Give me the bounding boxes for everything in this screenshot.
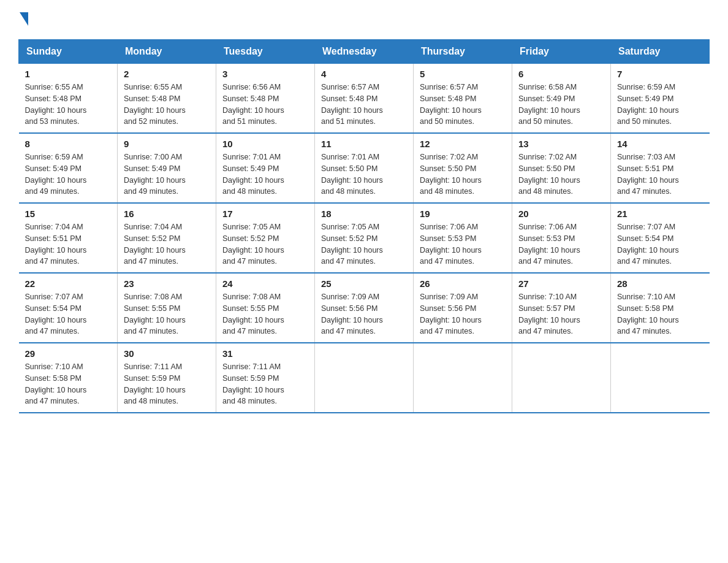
day-number: 17 [222,209,308,219]
calendar-cell: 18 Sunrise: 7:05 AMSunset: 5:52 PMDaylig… [315,203,414,273]
day-number: 22 [25,278,112,289]
calendar-cell: 2 Sunrise: 6:55 AMSunset: 5:48 PMDayligh… [118,64,216,134]
header-friday: Friday [512,40,611,64]
calendar-cell: 28 Sunrise: 7:10 AMSunset: 5:58 PMDaylig… [611,273,710,343]
header-thursday: Thursday [414,40,512,64]
day-number: 5 [420,69,506,79]
week-row-4: 22 Sunrise: 7:07 AMSunset: 5:54 PMDaylig… [19,273,710,343]
calendar-cell: 11 Sunrise: 7:01 AMSunset: 5:50 PMDaylig… [315,133,414,203]
calendar-cell: 7 Sunrise: 6:59 AMSunset: 5:49 PMDayligh… [611,64,710,134]
calendar-cell: 24 Sunrise: 7:08 AMSunset: 5:55 PMDaylig… [216,273,315,343]
calendar-cell [512,343,611,413]
day-number: 14 [617,139,703,149]
day-number: 30 [124,348,210,359]
calendar-cell: 8 Sunrise: 6:59 AMSunset: 5:49 PMDayligh… [19,133,118,203]
calendar-cell: 9 Sunrise: 7:00 AMSunset: 5:49 PMDayligh… [118,133,216,203]
week-row-3: 15 Sunrise: 7:04 AMSunset: 5:51 PMDaylig… [19,203,710,273]
header-wednesday: Wednesday [315,40,414,64]
day-info: Sunrise: 6:57 AMSunset: 5:48 PMDaylight:… [420,82,506,128]
day-info: Sunrise: 7:10 AMSunset: 5:57 PMDaylight:… [518,291,604,337]
calendar-cell: 12 Sunrise: 7:02 AMSunset: 5:50 PMDaylig… [414,133,512,203]
day-number: 28 [617,278,703,289]
day-info: Sunrise: 7:02 AMSunset: 5:50 PMDaylight:… [420,151,506,197]
page-header [18,12,710,27]
calendar-cell [414,343,512,413]
day-info: Sunrise: 7:08 AMSunset: 5:55 PMDaylight:… [222,291,308,337]
day-info: Sunrise: 7:07 AMSunset: 5:54 PMDaylight:… [25,291,112,337]
calendar-cell: 3 Sunrise: 6:56 AMSunset: 5:48 PMDayligh… [216,64,315,134]
day-info: Sunrise: 6:59 AMSunset: 5:49 PMDaylight:… [25,151,112,197]
day-info: Sunrise: 7:06 AMSunset: 5:53 PMDaylight:… [518,221,604,267]
logo-blue-text [18,12,28,27]
calendar-cell: 21 Sunrise: 7:07 AMSunset: 5:54 PMDaylig… [611,203,710,273]
calendar-cell: 19 Sunrise: 7:06 AMSunset: 5:53 PMDaylig… [414,203,512,273]
day-number: 2 [124,69,210,79]
calendar-cell: 22 Sunrise: 7:07 AMSunset: 5:54 PMDaylig… [19,273,118,343]
calendar-header-row: SundayMondayTuesdayWednesdayThursdayFrid… [19,40,710,64]
day-number: 11 [321,139,407,149]
day-info: Sunrise: 6:56 AMSunset: 5:48 PMDaylight:… [222,82,308,128]
day-number: 15 [25,209,112,219]
day-info: Sunrise: 7:04 AMSunset: 5:52 PMDaylight:… [124,221,210,267]
calendar-cell: 17 Sunrise: 7:05 AMSunset: 5:52 PMDaylig… [216,203,315,273]
calendar-cell: 20 Sunrise: 7:06 AMSunset: 5:53 PMDaylig… [512,203,611,273]
calendar-cell: 10 Sunrise: 7:01 AMSunset: 5:49 PMDaylig… [216,133,315,203]
day-info: Sunrise: 6:55 AMSunset: 5:48 PMDaylight:… [124,82,210,128]
day-number: 3 [222,69,308,79]
calendar-cell: 6 Sunrise: 6:58 AMSunset: 5:49 PMDayligh… [512,64,611,134]
day-info: Sunrise: 7:05 AMSunset: 5:52 PMDaylight:… [222,221,308,267]
calendar-cell: 13 Sunrise: 7:02 AMSunset: 5:50 PMDaylig… [512,133,611,203]
day-number: 18 [321,209,407,219]
calendar-cell: 23 Sunrise: 7:08 AMSunset: 5:55 PMDaylig… [118,273,216,343]
header-sunday: Sunday [19,40,118,64]
week-row-5: 29 Sunrise: 7:10 AMSunset: 5:58 PMDaylig… [19,343,710,413]
day-number: 6 [518,69,604,79]
calendar-cell: 30 Sunrise: 7:11 AMSunset: 5:59 PMDaylig… [118,343,216,413]
day-number: 27 [518,278,604,289]
calendar-cell: 31 Sunrise: 7:11 AMSunset: 5:59 PMDaylig… [216,343,315,413]
calendar-table: SundayMondayTuesdayWednesdayThursdayFrid… [18,39,710,413]
day-number: 12 [420,139,506,149]
day-info: Sunrise: 6:57 AMSunset: 5:48 PMDaylight:… [321,82,407,128]
day-info: Sunrise: 7:03 AMSunset: 5:51 PMDaylight:… [617,151,703,197]
day-info: Sunrise: 7:08 AMSunset: 5:55 PMDaylight:… [124,291,210,337]
day-info: Sunrise: 7:11 AMSunset: 5:59 PMDaylight:… [124,361,210,407]
day-info: Sunrise: 6:59 AMSunset: 5:49 PMDaylight:… [617,82,703,128]
day-number: 1 [25,69,112,79]
calendar-cell: 4 Sunrise: 6:57 AMSunset: 5:48 PMDayligh… [315,64,414,134]
day-info: Sunrise: 6:58 AMSunset: 5:49 PMDaylight:… [518,82,604,128]
day-number: 21 [617,209,703,219]
day-number: 29 [25,348,112,359]
day-info: Sunrise: 7:11 AMSunset: 5:59 PMDaylight:… [222,361,308,407]
calendar-cell [315,343,414,413]
day-number: 24 [222,278,308,289]
calendar-cell: 27 Sunrise: 7:10 AMSunset: 5:57 PMDaylig… [512,273,611,343]
day-info: Sunrise: 7:01 AMSunset: 5:49 PMDaylight:… [222,151,308,197]
day-info: Sunrise: 7:02 AMSunset: 5:50 PMDaylight:… [518,151,604,197]
logo [18,12,28,27]
day-number: 8 [25,139,112,149]
day-info: Sunrise: 7:06 AMSunset: 5:53 PMDaylight:… [420,221,506,267]
day-info: Sunrise: 7:10 AMSunset: 5:58 PMDaylight:… [25,361,112,407]
day-info: Sunrise: 7:07 AMSunset: 5:54 PMDaylight:… [617,221,703,267]
week-row-2: 8 Sunrise: 6:59 AMSunset: 5:49 PMDayligh… [19,133,710,203]
day-info: Sunrise: 7:09 AMSunset: 5:56 PMDaylight:… [321,291,407,337]
day-number: 31 [222,348,308,359]
logo-triangle-icon [20,12,28,26]
day-info: Sunrise: 7:01 AMSunset: 5:50 PMDaylight:… [321,151,407,197]
header-saturday: Saturday [611,40,710,64]
week-row-1: 1 Sunrise: 6:55 AMSunset: 5:48 PMDayligh… [19,64,710,134]
calendar-cell: 25 Sunrise: 7:09 AMSunset: 5:56 PMDaylig… [315,273,414,343]
calendar-cell: 26 Sunrise: 7:09 AMSunset: 5:56 PMDaylig… [414,273,512,343]
day-number: 4 [321,69,407,79]
day-number: 16 [124,209,210,219]
day-number: 20 [518,209,604,219]
header-tuesday: Tuesday [216,40,315,64]
day-info: Sunrise: 7:04 AMSunset: 5:51 PMDaylight:… [25,221,112,267]
day-number: 26 [420,278,506,289]
calendar-cell: 1 Sunrise: 6:55 AMSunset: 5:48 PMDayligh… [19,64,118,134]
header-monday: Monday [118,40,216,64]
calendar-cell: 5 Sunrise: 6:57 AMSunset: 5:48 PMDayligh… [414,64,512,134]
day-number: 19 [420,209,506,219]
day-number: 23 [124,278,210,289]
